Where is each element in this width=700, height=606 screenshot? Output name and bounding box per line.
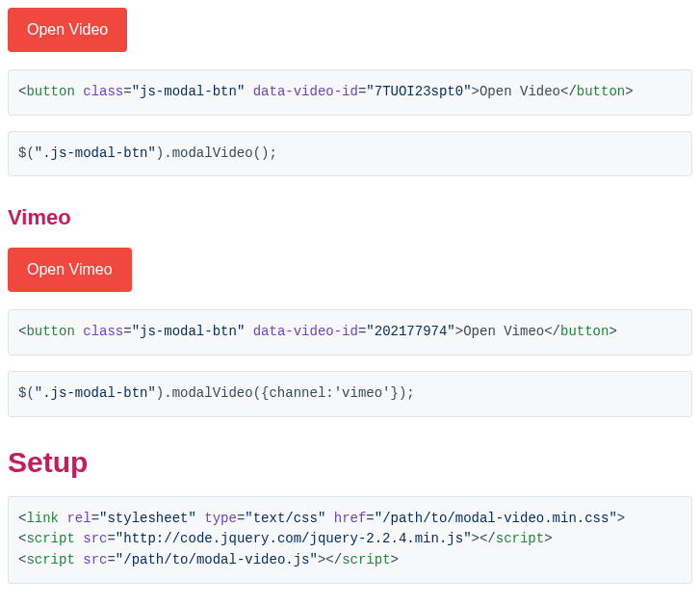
vimeo-heading: Vimeo [8, 205, 692, 230]
vimeo-html-code: <button class="js-modal-btn" data-video-… [8, 309, 692, 356]
open-video-button[interactable]: Open Video [8, 8, 127, 52]
open-vimeo-button[interactable]: Open Vimeo [8, 248, 132, 292]
youtube-html-code: <button class="js-modal-btn" data-video-… [8, 69, 692, 116]
setup-heading: Setup [8, 446, 692, 479]
vimeo-js-code: $(".js-modal-btn").modalVideo({channel:'… [8, 371, 692, 417]
youtube-js-code: $(".js-modal-btn").modalVideo(); [8, 131, 692, 177]
setup-code: <link rel="stylesheet" type="text/css" h… [8, 496, 692, 584]
